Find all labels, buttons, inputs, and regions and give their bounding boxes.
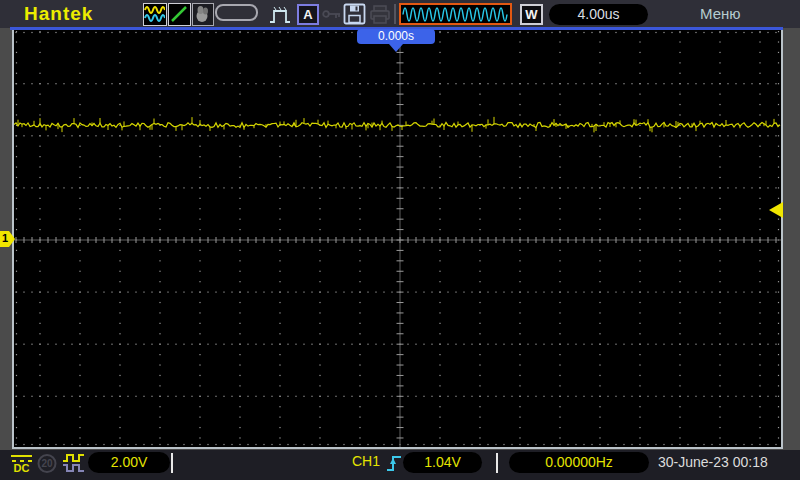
save-floppy-icon[interactable] <box>343 3 366 25</box>
waves-icon <box>144 4 165 24</box>
bottom-status-bar: DC 20 2.00V CH1 1.04V 0.00000Hz 30-June-… <box>0 450 800 480</box>
timebase-readout: 4.00us <box>549 4 648 25</box>
preview-sine-icon <box>401 5 510 23</box>
channel1-position-marker[interactable]: 1 <box>0 231 15 247</box>
measure-cursor-button[interactable] <box>168 3 191 26</box>
status-divider <box>171 453 173 473</box>
toolbar-divider <box>394 4 396 24</box>
status-divider <box>496 453 498 473</box>
menu-button[interactable]: Меню <box>700 5 741 22</box>
trigger-source-label: CH1 <box>352 453 380 469</box>
hand-icon <box>193 4 212 24</box>
channel-marker-label: 1 <box>2 232 8 244</box>
trigger-level-readout: 1.04V <box>403 452 482 473</box>
hand-tool-button[interactable] <box>192 3 214 26</box>
top-toolbar: Hantek A <box>0 0 800 28</box>
datetime-display: 30-June-23 00:18 <box>658 454 768 470</box>
print-icon[interactable] <box>369 4 391 25</box>
diagonal-line-icon <box>169 4 189 24</box>
waveform-display-button[interactable] <box>143 3 167 26</box>
bandwidth-label: 20 <box>41 458 53 469</box>
coupling-label: DC <box>14 462 30 474</box>
waveform-preview[interactable] <box>399 3 512 25</box>
trigger-position-arrow-icon <box>389 44 403 52</box>
trigger-position-marker[interactable]: 0.000s <box>357 29 435 44</box>
frequency-counter-readout: 0.00000Hz <box>509 452 649 473</box>
window-mode-button[interactable]: W <box>520 4 543 25</box>
channel1-trace <box>14 30 781 447</box>
key-lock-icon[interactable] <box>322 8 341 20</box>
bandwidth-limit-icon: 20 <box>36 452 58 475</box>
auto-mode-button[interactable]: A <box>297 4 319 25</box>
pulse-trigger-icon[interactable] <box>268 5 294 25</box>
brand-logo: Hantek <box>24 3 93 25</box>
graticule-area <box>12 30 783 449</box>
oscilloscope-screen: Hantek A <box>0 0 800 480</box>
volts-per-div-readout: 2.00V <box>88 452 170 473</box>
empty-indicator-slot <box>215 4 258 21</box>
dc-coupling-icon: DC <box>9 452 34 475</box>
rising-edge-icon <box>386 453 402 473</box>
invert-waveform-icon <box>61 452 86 475</box>
trigger-level-marker[interactable] <box>769 202 783 218</box>
